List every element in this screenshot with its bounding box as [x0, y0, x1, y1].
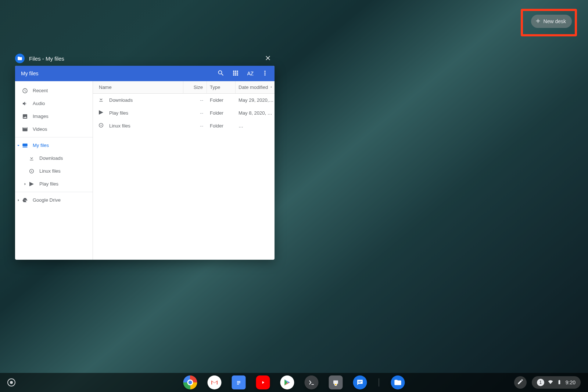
- file-size: --: [183, 97, 207, 103]
- download-icon: [28, 155, 35, 162]
- column-header-name[interactable]: Name: [93, 81, 183, 93]
- file-row[interactable]: Downloads--FolderMay 29, 2020, 2:…: [93, 94, 275, 107]
- wifi-icon: [548, 380, 553, 386]
- sidebar-item-videos[interactable]: Videos: [15, 123, 93, 136]
- sort-button[interactable]: AZ: [243, 66, 258, 81]
- breadcrumb[interactable]: My files: [21, 71, 38, 76]
- window-header: Files - My files: [15, 51, 275, 66]
- files-toolbar: My files AZ: [15, 66, 275, 81]
- clock-icon: [22, 87, 28, 94]
- sidebar-item-downloads[interactable]: Downloads: [15, 152, 93, 165]
- files-window-preview[interactable]: Files - My files My files AZ: [15, 51, 275, 260]
- image-icon: [22, 113, 28, 120]
- column-header-date[interactable]: Date modified: [236, 81, 275, 93]
- terminal-app-icon[interactable]: [305, 375, 319, 389]
- sidebar-item-label: Videos: [33, 126, 47, 132]
- file-type: Folder: [207, 123, 236, 129]
- new-desk-label: New desk: [544, 18, 566, 24]
- sidebar-item-label: Recent: [33, 88, 48, 93]
- files-sidebar: Recent Audio Images Videos: [15, 81, 93, 260]
- svg-point-9: [335, 384, 336, 385]
- svg-point-3: [101, 125, 102, 126]
- sidebar-item-audio[interactable]: Audio: [15, 97, 93, 110]
- gmail-app-icon[interactable]: [208, 375, 222, 389]
- svg-point-1: [31, 170, 32, 172]
- status-tray[interactable]: 1 9:20: [532, 376, 581, 389]
- svg-rect-6: [237, 384, 239, 385]
- file-name: Play files: [109, 110, 128, 116]
- column-header-size[interactable]: Size: [183, 81, 207, 93]
- play-store-icon: [28, 181, 35, 187]
- more-vert-icon: [261, 69, 269, 78]
- sidebar-item-label: Google Drive: [33, 197, 61, 203]
- shelf-apps: [183, 375, 405, 389]
- close-icon: [264, 54, 272, 63]
- sidebar-item-images[interactable]: Images: [15, 110, 93, 123]
- new-desk-button[interactable]: New desk: [531, 15, 572, 28]
- sort-az-icon: AZ: [247, 71, 254, 76]
- shelf-separator: [379, 378, 379, 386]
- sidebar-item-google-drive[interactable]: Google Drive: [15, 194, 93, 206]
- column-label: Name: [99, 84, 112, 90]
- sidebar-item-label: Audio: [33, 101, 45, 106]
- column-label: Size: [194, 84, 203, 90]
- launcher-button[interactable]: [7, 378, 15, 386]
- linux-icon: [98, 122, 104, 129]
- file-size: --: [183, 110, 207, 116]
- file-name: Linux files: [109, 123, 130, 129]
- column-headers: Name Size Type Date modified: [93, 81, 275, 94]
- docs-app-icon[interactable]: [232, 375, 246, 389]
- sidebar-item-play-files[interactable]: Play files: [15, 177, 93, 190]
- chevron-right-icon: [16, 198, 21, 203]
- column-header-type[interactable]: Type: [207, 81, 236, 93]
- file-date: …: [236, 123, 275, 129]
- file-size: --: [183, 123, 207, 129]
- pencil-icon: [517, 378, 524, 386]
- chevron-right-icon: [22, 181, 28, 187]
- files-content: Name Size Type Date modified Downloads--…: [93, 81, 275, 260]
- audio-icon: [22, 100, 28, 107]
- search-button[interactable]: [214, 66, 228, 81]
- files-app: My files AZ: [15, 66, 275, 260]
- column-label: Type: [210, 84, 220, 90]
- play-store-app-icon[interactable]: [280, 375, 294, 389]
- messages-app-icon[interactable]: [353, 375, 367, 389]
- file-name: Downloads: [109, 97, 133, 103]
- file-date: May 8, 2020, 3:1…: [236, 110, 275, 116]
- drive-icon: [22, 197, 28, 204]
- file-row[interactable]: Linux files--Folder…: [93, 119, 275, 132]
- file-type: Folder: [207, 97, 236, 103]
- files-shelf-icon[interactable]: [391, 375, 405, 389]
- sidebar-divider: [15, 192, 93, 192]
- youtube-app-icon[interactable]: [256, 375, 270, 389]
- play-icon: [98, 109, 104, 116]
- svg-rect-10: [358, 381, 362, 381]
- view-toggle-button[interactable]: [228, 66, 243, 81]
- linux-icon: [28, 168, 35, 175]
- battery-icon: [557, 380, 562, 386]
- sidebar-divider: [15, 137, 93, 137]
- file-rows: Downloads--FolderMay 29, 2020, 2:…Play f…: [93, 94, 275, 260]
- svg-rect-5: [237, 382, 240, 383]
- chrome-app-icon[interactable]: [183, 375, 197, 389]
- clock-label: 9:20: [566, 380, 576, 385]
- file-row[interactable]: Play files--FolderMay 8, 2020, 3:1…: [93, 107, 275, 119]
- column-label: Date modified: [239, 84, 268, 90]
- sidebar-item-recent[interactable]: Recent: [15, 84, 93, 97]
- chrome-canary-app-icon[interactable]: [329, 375, 343, 389]
- sidebar-item-linux-files[interactable]: Linux files: [15, 165, 93, 177]
- stylus-tools-button[interactable]: [514, 376, 527, 389]
- sidebar-item-label: Play files: [39, 181, 58, 187]
- more-options-button[interactable]: [258, 66, 272, 81]
- svg-rect-11: [358, 382, 361, 382]
- file-date: May 29, 2020, 2:…: [236, 97, 275, 103]
- notification-count-badge: 1: [537, 379, 544, 386]
- sidebar-item-label: Downloads: [39, 155, 63, 161]
- laptop-icon: [22, 142, 28, 149]
- window-close-button[interactable]: [261, 52, 275, 65]
- shelf-status-area: 1 9:20: [514, 376, 581, 389]
- sidebar-item-my-files[interactable]: My files: [15, 139, 93, 152]
- chevron-down-icon: [16, 143, 21, 148]
- svg-rect-4: [237, 381, 240, 382]
- sidebar-item-label: My files: [33, 143, 49, 148]
